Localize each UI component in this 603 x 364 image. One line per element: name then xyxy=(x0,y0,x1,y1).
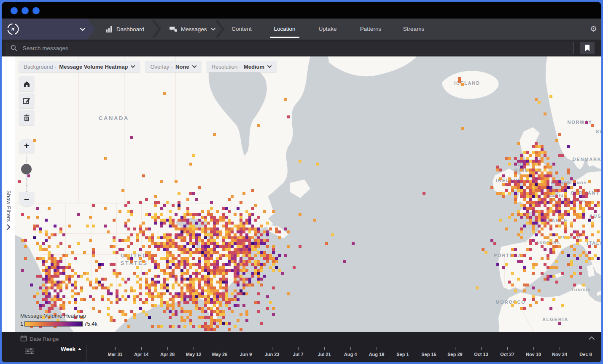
plus-icon: + xyxy=(24,141,29,151)
window-control-dot[interactable] xyxy=(32,7,40,14)
chevron-up-icon[interactable] xyxy=(589,336,595,340)
legend-max: 75.4k xyxy=(84,321,97,327)
resolution-value: Medium xyxy=(244,64,264,70)
tab-content[interactable]: Content xyxy=(220,19,264,40)
calendar-icon xyxy=(20,335,27,342)
breadcrumb-label: Messages xyxy=(181,26,207,32)
timeline-date-label[interactable]: Apr 28 xyxy=(160,352,175,357)
chevron-right-icon[interactable] xyxy=(7,224,11,230)
timeline-date-label[interactable]: Sep 1 xyxy=(396,352,409,357)
timeline-tick xyxy=(350,347,351,350)
minus-icon: − xyxy=(24,194,29,204)
timeline-tick xyxy=(246,347,246,350)
timeline-tick xyxy=(194,347,194,350)
filters-strip[interactable]: Show Filters xyxy=(2,56,15,332)
chevron-down-icon xyxy=(267,65,272,68)
timeline-tick xyxy=(455,347,455,350)
timeline-date-label[interactable]: Nov 10 xyxy=(526,352,541,357)
overlay-label: Overlay · xyxy=(150,64,172,70)
timeline-date-label[interactable]: Mar 31 xyxy=(108,352,123,357)
zoom-slider-handle[interactable] xyxy=(21,164,32,174)
background-label: Background · xyxy=(24,64,56,70)
background-dropdown[interactable]: Background ·Message Volume Heatmap xyxy=(19,61,140,72)
timeline-date-label[interactable]: Jun 9 xyxy=(240,352,252,357)
tab-streams[interactable]: Streams xyxy=(392,19,436,40)
timeline-date-label[interactable]: Oct 27 xyxy=(500,352,514,357)
bookmark-icon xyxy=(585,45,590,51)
edit-button[interactable] xyxy=(19,93,34,108)
timeline-tick xyxy=(481,347,482,350)
search-icon xyxy=(11,45,17,51)
timeline-date-label[interactable]: Jul 7 xyxy=(293,352,303,357)
timeline-tick xyxy=(324,347,325,350)
timeline-tick xyxy=(272,347,272,350)
trash-icon xyxy=(23,114,30,121)
background-value: Message Volume Heatmap xyxy=(59,64,128,70)
bookmark-button[interactable] xyxy=(580,42,595,54)
timeline-date-label[interactable]: Jun 23 xyxy=(265,352,280,357)
interval-dropdown[interactable]: Week xyxy=(61,346,81,352)
main-area: Show Filters xyxy=(2,56,601,332)
overlay-dropdown[interactable]: Overlay ·None xyxy=(145,61,201,72)
message-volume-heatmap-layer xyxy=(15,56,601,332)
timeline-tick xyxy=(560,347,560,350)
delete-button[interactable] xyxy=(19,110,34,125)
timeline-divider xyxy=(86,345,87,362)
timeline-date-label[interactable]: Jul 21 xyxy=(318,352,331,357)
timeline-tick xyxy=(115,347,116,350)
map-canvas[interactable]: CANADAUNITED STATESICELANDNORWAYSWEDENMA… xyxy=(15,56,601,332)
resolution-label: Resolution · xyxy=(212,64,241,70)
gear-icon[interactable]: ⚙ xyxy=(590,24,597,34)
timeline-tick xyxy=(403,347,403,350)
timeline-date-label[interactable]: May 12 xyxy=(186,352,202,357)
timeline-tick xyxy=(533,347,534,350)
search-input[interactable] xyxy=(22,45,569,52)
chevron-down-icon xyxy=(131,65,135,68)
tab-patterns[interactable]: Patterns xyxy=(349,19,393,40)
window-control-dot[interactable] xyxy=(11,7,18,14)
zoom-out-button[interactable]: − xyxy=(19,192,34,206)
timeline-date-label[interactable]: Dec 8 xyxy=(579,352,592,357)
search-box[interactable] xyxy=(6,42,573,54)
tab-uptake[interactable]: Uptake xyxy=(306,19,350,40)
zoom-in-button[interactable]: + xyxy=(19,139,34,153)
chevron-down-icon xyxy=(211,28,215,31)
window-control-dot[interactable] xyxy=(22,7,29,14)
project-selector[interactable]: ✈ xyxy=(2,19,95,40)
show-filters-label[interactable]: Show Filters xyxy=(5,190,11,222)
breadcrumb-dashboard[interactable]: Dashboard xyxy=(106,19,144,40)
main-navbar: ✈ Dashboard Messages ContentLocationUpta… xyxy=(2,19,601,40)
resolution-dropdown[interactable]: Resolution ·Medium xyxy=(207,61,277,72)
breadcrumb-separator xyxy=(152,20,161,38)
home-button[interactable] xyxy=(19,76,34,91)
timeline-date-label[interactable]: Aug 18 xyxy=(369,352,385,357)
timeline-tick xyxy=(429,347,429,350)
heatmap-legend: Message Volume Heatmap 1 75.4k xyxy=(20,313,97,327)
date-range-panel: Date Range Week Mar 31Apr 14Apr 28May 12… xyxy=(2,332,601,362)
timeline-date-label[interactable]: Nov 24 xyxy=(552,352,567,357)
timeline-date-label[interactable]: Apr 14 xyxy=(134,352,148,357)
triangle-up-icon xyxy=(78,348,81,350)
search-row xyxy=(2,40,601,56)
tab-location[interactable]: Location xyxy=(263,19,307,40)
timeline-date-label[interactable]: Sep 15 xyxy=(421,352,436,357)
timeline-tick xyxy=(141,347,142,350)
filter-sliders-icon[interactable] xyxy=(25,348,34,354)
timeline-date-label[interactable]: Oct 13 xyxy=(474,352,488,357)
plane-logo-icon: ✈ xyxy=(6,22,20,36)
breadcrumb-messages[interactable]: Messages xyxy=(170,19,215,40)
timeline-tick xyxy=(507,347,508,350)
interval-label: Week xyxy=(61,346,75,352)
home-icon xyxy=(23,80,30,87)
timeline-date-label[interactable]: Aug 4 xyxy=(344,352,357,357)
timeline-tick xyxy=(298,347,299,350)
legend-title: Message Volume Heatmap xyxy=(20,313,97,319)
legend-gradient-bar xyxy=(24,321,83,327)
timeline-date-label[interactable]: Sep 29 xyxy=(447,352,462,357)
date-range-label: Date Range xyxy=(30,336,59,342)
chat-bubbles-icon xyxy=(170,26,177,32)
bar-chart-icon xyxy=(106,26,113,32)
timeline-tick xyxy=(586,347,586,350)
timeline-tick xyxy=(377,347,377,350)
timeline-date-label[interactable]: May 26 xyxy=(212,352,228,357)
